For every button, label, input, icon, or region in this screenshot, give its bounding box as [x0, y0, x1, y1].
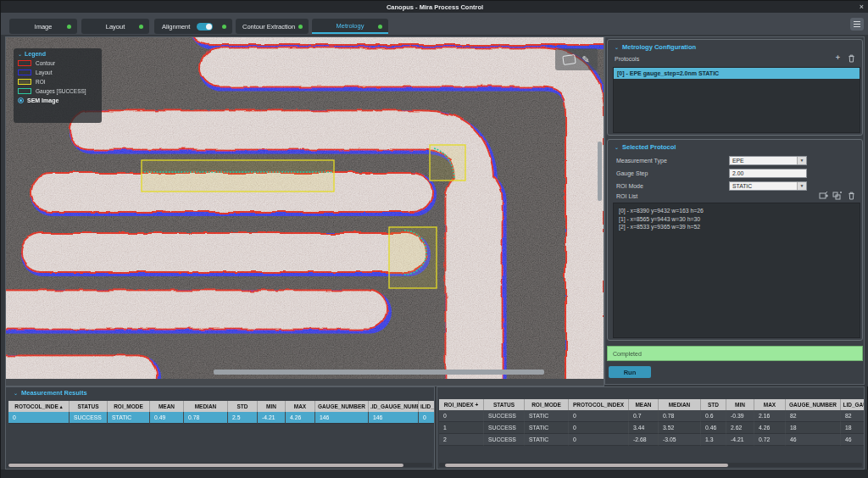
- column-header[interactable]: PROTOCOL_INDEX: [569, 399, 629, 410]
- tab-contour-extraction[interactable]: Contour Extraction: [236, 19, 309, 34]
- roi-box-1: [430, 145, 465, 181]
- column-header[interactable]: STATUS: [70, 401, 108, 412]
- roi-results-panel: ROI_INDEX +STATUSROI_MODEPROTOCOL_INDEXM…: [437, 386, 865, 470]
- window-title: Canopus - Mira Process Control: [387, 3, 483, 11]
- column-header[interactable]: MIN: [258, 401, 286, 412]
- roi-list-item[interactable]: [0] - x=8390 y=9432 w=163 h=26: [619, 207, 860, 215]
- h-scrollbar-track[interactable]: [6, 379, 604, 386]
- column-header[interactable]: ROI_MODE: [525, 399, 569, 410]
- protocol-item-selected[interactable]: [0] - EPE gauge_step=2.0nm STATIC: [614, 68, 860, 79]
- pencil-icon[interactable]: ✎: [581, 55, 589, 64]
- protocols-section: ⌄Metrology Configuration Protocols + [0]…: [607, 39, 863, 136]
- legend-item-layout: Layout: [18, 68, 97, 77]
- column-header[interactable]: GAUGE_NUMBER: [315, 401, 369, 412]
- measurement-type-label: Measurement Type: [616, 158, 729, 164]
- measurement-type-select[interactable]: EPE▼: [729, 156, 807, 165]
- column-header[interactable]: iLID_GAUGE_NUM: [419, 401, 436, 412]
- legend-item-gauges: Gauges [SUCCESS]: [18, 86, 97, 96]
- status-dot-green: [378, 25, 382, 29]
- status-dot-green: [298, 25, 303, 29]
- roi-list-item[interactable]: [1] - x=8565 y=9443 w=30 h=30: [619, 215, 860, 224]
- roi-box-2: [389, 227, 437, 288]
- column-header[interactable]: MEDIAN: [659, 399, 701, 410]
- column-header[interactable]: STATUS: [484, 399, 525, 410]
- column-header[interactable]: MAX: [754, 399, 786, 410]
- delete-roi-icon[interactable]: [848, 192, 855, 200]
- gauge-step-input[interactable]: 2.00: [729, 169, 807, 178]
- status-dot-green: [222, 25, 226, 29]
- roi-list[interactable]: [0] - x=8390 y=9432 w=163 h=26 [1] - x=8…: [613, 203, 860, 338]
- column-header[interactable]: STD: [701, 399, 726, 410]
- tab-contour-extraction-label: Contour Extraction: [242, 23, 295, 31]
- tab-alignment[interactable]: Alignment: [154, 19, 232, 34]
- h-scrollbar-handle[interactable]: [214, 370, 544, 375]
- status-dot-green: [67, 25, 71, 29]
- add-protocol-icon[interactable]: +: [836, 54, 840, 62]
- table-row[interactable]: 1SUCCESSSTATIC03.443.520.462.624.2618180: [439, 422, 865, 434]
- bottom-strip: [1, 470, 868, 478]
- protocol-results-panel: ⌄Measurement Results ROTOCOL_INDE ▴STATU…: [5, 386, 435, 470]
- h-scrollbar-track[interactable]: [439, 463, 862, 467]
- alignment-toggle[interactable]: [197, 23, 213, 31]
- sem-image-radio[interactable]: SEM Image: [18, 97, 97, 103]
- roi-swatch-icon: [18, 79, 31, 85]
- measurement-results-area: ⌄Measurement Results ROTOCOL_INDE ▴STATU…: [1, 386, 868, 470]
- legend-title[interactable]: ⌄Legend: [18, 51, 97, 57]
- add-roi-icon[interactable]: [819, 192, 828, 200]
- h-scrollbar-handle[interactable]: [8, 464, 403, 467]
- column-header[interactable]: GAUGE_NUMBER: [786, 399, 841, 410]
- sem-image-viewport[interactable]: ⌄Legend Contour Layout ROI Gauges [SUCCE…: [5, 36, 604, 386]
- column-header[interactable]: ROI_INDEX +: [439, 399, 484, 410]
- table-row[interactable]: 0SUCCESSSTATIC00.70.780.6-0.392.1682820: [439, 410, 865, 422]
- gauge-step-row: Gauge Step 2.00: [616, 168, 807, 178]
- column-header[interactable]: ROTOCOL_INDE ▴: [8, 401, 70, 412]
- tab-metrology-label: Metrology: [337, 22, 364, 30]
- column-header[interactable]: LID_GAUGE_NUMB: [841, 399, 865, 410]
- column-header[interactable]: MEAN: [150, 401, 184, 412]
- column-header[interactable]: MEDIAN: [184, 401, 228, 412]
- metrology-config-panel: ⌄Metrology Configuration Protocols + [0]…: [604, 36, 865, 385]
- tab-layout-label: Layout: [106, 23, 125, 31]
- v-scrollbar-handle[interactable]: [598, 142, 602, 201]
- measurement-type-row: Measurement Type EPE▼: [616, 155, 807, 165]
- toolbar: Image Layout Alignment Contour Extractio…: [1, 13, 868, 36]
- table-row[interactable]: 2SUCCESSSTATIC0-2.68-3.051.3-4.210.72464…: [439, 434, 865, 446]
- rect-select-icon[interactable]: [563, 54, 576, 65]
- tab-metrology[interactable]: Metrology: [312, 19, 388, 34]
- layout-swatch-icon: [18, 69, 31, 75]
- title-bar: Canopus - Mira Process Control ×: [1, 1, 868, 13]
- legend-item-contour: Contour: [18, 58, 97, 68]
- close-icon[interactable]: ×: [860, 2, 864, 12]
- viewport-tools: ✎: [555, 48, 598, 70]
- roi-mode-row: ROI Mode STATIC▼: [616, 181, 807, 191]
- config-section-title[interactable]: ⌄Metrology Configuration: [608, 40, 862, 51]
- roi-mode-select[interactable]: STATIC▼: [729, 181, 807, 191]
- toggle-knob: [206, 24, 212, 30]
- column-header[interactable]: MIN: [726, 399, 754, 410]
- column-header[interactable]: MAX: [286, 401, 315, 412]
- column-header[interactable]: STD: [228, 401, 258, 412]
- gauges-swatch-icon: [18, 88, 31, 94]
- delete-protocol-icon[interactable]: [848, 54, 855, 63]
- selected-protocol-title[interactable]: ⌄Selected Protocol: [608, 140, 862, 151]
- chevron-down-icon: ▼: [797, 157, 806, 164]
- contour-swatch-icon: [18, 60, 31, 66]
- main-area: ⌄Legend Contour Layout ROI Gauges [SUCCE…: [1, 35, 868, 386]
- roi-list-item[interactable]: [2] - x=8533 y=9365 w=39 h=52: [619, 223, 860, 231]
- column-header[interactable]: ROI_MODE: [108, 401, 150, 412]
- tab-image[interactable]: Image: [9, 19, 77, 34]
- roi-mode-label: ROI Mode: [616, 183, 729, 189]
- run-button[interactable]: Run: [609, 366, 651, 378]
- hamburger-menu-icon[interactable]: [850, 18, 864, 31]
- protocols-list: [0] - EPE gauge_step=2.0nm STATIC: [613, 67, 860, 133]
- selected-protocol-section: ⌄Selected Protocol Measurement Type EPE▼…: [607, 139, 863, 341]
- column-header[interactable]: MEAN: [629, 399, 659, 410]
- measurement-results-title[interactable]: ⌄Measurement Results: [14, 389, 87, 397]
- add-multi-roi-icon[interactable]: [832, 192, 842, 200]
- tab-layout[interactable]: Layout: [81, 19, 149, 34]
- table-row[interactable]: 0SUCCESSSTATIC0.490.782.5-4.214.26146146…: [8, 412, 435, 424]
- h-scrollbar-track[interactable]: [8, 463, 432, 467]
- roi-list-label: ROI List: [616, 193, 637, 199]
- column-header[interactable]: .ID_GAUGE_NUME: [369, 401, 419, 412]
- h-scrollbar-handle[interactable]: [445, 464, 728, 467]
